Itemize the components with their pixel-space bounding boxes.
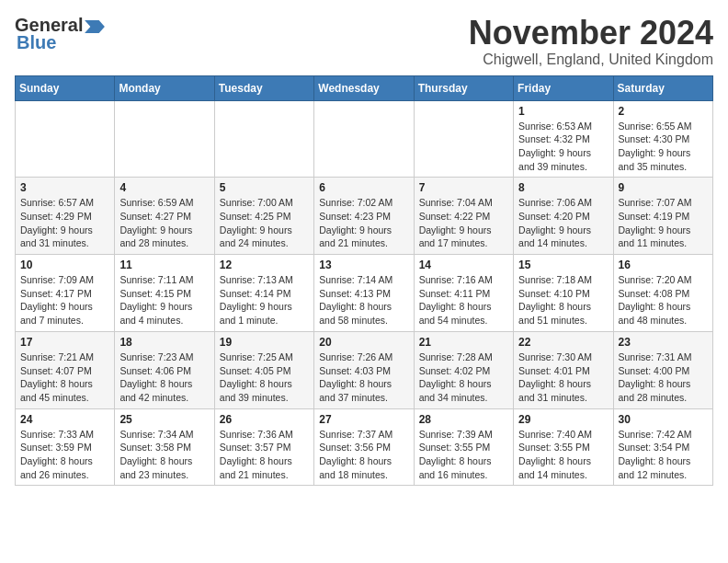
title-area: November 2024 Chigwell, England, United … [469,15,713,68]
day-info: Sunrise: 7:00 AM Sunset: 4:25 PM Dayligh… [220,196,309,250]
day-number: 27 [319,413,408,426]
calendar-week-2: 3Sunrise: 6:57 AM Sunset: 4:29 PM Daylig… [16,178,713,255]
weekday-header-wednesday: Wednesday [314,75,414,100]
day-info: Sunrise: 7:13 AM Sunset: 4:14 PM Dayligh… [220,273,309,327]
calendar-cell: 26Sunrise: 7:36 AM Sunset: 3:57 PM Dayli… [214,408,313,486]
day-info: Sunrise: 7:16 AM Sunset: 4:11 PM Dayligh… [419,273,508,327]
calendar-cell [115,100,214,178]
calendar: SundayMondayTuesdayWednesdayThursdayFrid… [15,75,713,487]
day-info: Sunrise: 6:53 AM Sunset: 4:32 PM Dayligh… [518,120,608,174]
day-info: Sunrise: 7:04 AM Sunset: 4:22 PM Dayligh… [419,196,508,250]
day-info: Sunrise: 7:20 AM Sunset: 4:08 PM Dayligh… [619,273,708,327]
month-title: November 2024 [469,15,713,52]
calendar-cell: 14Sunrise: 7:16 AM Sunset: 4:11 PM Dayli… [414,255,513,332]
calendar-week-1: 1Sunrise: 6:53 AM Sunset: 4:32 PM Daylig… [16,100,713,178]
calendar-cell: 5Sunrise: 7:00 AM Sunset: 4:25 PM Daylig… [214,178,313,255]
location: Chigwell, England, United Kingdom [469,52,713,68]
calendar-header: SundayMondayTuesdayWednesdayThursdayFrid… [16,75,713,100]
day-number: 5 [220,181,309,194]
day-number: 17 [20,336,109,349]
svg-marker-0 [85,20,106,33]
day-number: 19 [220,336,309,349]
day-number: 30 [619,413,708,426]
day-info: Sunrise: 6:59 AM Sunset: 4:27 PM Dayligh… [119,196,209,250]
header: General Blue November 2024 Chigwell, Eng… [15,15,713,68]
calendar-week-3: 10Sunrise: 7:09 AM Sunset: 4:17 PM Dayli… [16,255,713,332]
calendar-cell: 23Sunrise: 7:31 AM Sunset: 4:00 PM Dayli… [613,331,712,408]
day-number: 7 [419,181,508,194]
calendar-cell: 10Sunrise: 7:09 AM Sunset: 4:17 PM Dayli… [16,255,115,332]
day-number: 2 [619,105,708,118]
calendar-cell: 4Sunrise: 6:59 AM Sunset: 4:27 PM Daylig… [115,178,214,255]
day-info: Sunrise: 7:25 AM Sunset: 4:05 PM Dayligh… [220,350,309,405]
calendar-cell: 17Sunrise: 7:21 AM Sunset: 4:07 PM Dayli… [16,331,115,408]
day-info: Sunrise: 7:02 AM Sunset: 4:23 PM Dayligh… [319,196,408,250]
logo-blue: Blue [17,32,56,53]
calendar-cell: 22Sunrise: 7:30 AM Sunset: 4:01 PM Dayli… [514,331,613,408]
day-info: Sunrise: 6:55 AM Sunset: 4:30 PM Dayligh… [619,120,708,174]
day-info: Sunrise: 7:34 AM Sunset: 3:58 PM Dayligh… [119,428,209,482]
day-info: Sunrise: 7:40 AM Sunset: 3:55 PM Dayligh… [518,428,608,482]
day-number: 25 [119,413,209,426]
day-number: 4 [119,181,209,194]
calendar-cell [214,100,313,178]
calendar-cell: 7Sunrise: 7:04 AM Sunset: 4:22 PM Daylig… [414,178,513,255]
calendar-cell: 12Sunrise: 7:13 AM Sunset: 4:14 PM Dayli… [214,255,313,332]
day-number: 28 [419,413,508,426]
calendar-cell [16,100,115,178]
calendar-cell [414,100,513,178]
calendar-cell: 15Sunrise: 7:18 AM Sunset: 4:10 PM Dayli… [514,255,613,332]
day-info: Sunrise: 7:30 AM Sunset: 4:01 PM Dayligh… [518,350,608,405]
day-number: 26 [220,413,309,426]
day-number: 3 [20,181,109,194]
calendar-cell: 6Sunrise: 7:02 AM Sunset: 4:23 PM Daylig… [314,178,414,255]
day-number: 22 [518,336,608,349]
day-info: Sunrise: 7:33 AM Sunset: 3:59 PM Dayligh… [20,428,109,482]
calendar-cell: 19Sunrise: 7:25 AM Sunset: 4:05 PM Dayli… [214,331,313,408]
day-number: 11 [119,259,209,271]
day-number: 1 [518,105,608,118]
day-info: Sunrise: 7:28 AM Sunset: 4:02 PM Dayligh… [419,350,508,405]
calendar-week-4: 17Sunrise: 7:21 AM Sunset: 4:07 PM Dayli… [16,331,713,408]
calendar-cell: 28Sunrise: 7:39 AM Sunset: 3:55 PM Dayli… [414,408,513,486]
day-number: 6 [319,181,408,194]
calendar-cell: 9Sunrise: 7:07 AM Sunset: 4:19 PM Daylig… [613,178,712,255]
day-info: Sunrise: 7:23 AM Sunset: 4:06 PM Dayligh… [119,350,209,405]
calendar-cell: 20Sunrise: 7:26 AM Sunset: 4:03 PM Dayli… [314,331,414,408]
day-number: 12 [220,259,309,271]
day-info: Sunrise: 7:07 AM Sunset: 4:19 PM Dayligh… [619,196,708,250]
calendar-cell: 1Sunrise: 6:53 AM Sunset: 4:32 PM Daylig… [514,100,613,178]
day-number: 9 [619,181,708,194]
day-number: 20 [319,336,408,349]
logo: General Blue [15,15,105,53]
calendar-cell: 11Sunrise: 7:11 AM Sunset: 4:15 PM Dayli… [115,255,214,332]
calendar-cell: 24Sunrise: 7:33 AM Sunset: 3:59 PM Dayli… [16,408,115,486]
calendar-cell [314,100,414,178]
calendar-cell: 13Sunrise: 7:14 AM Sunset: 4:13 PM Dayli… [314,255,414,332]
day-info: Sunrise: 6:57 AM Sunset: 4:29 PM Dayligh… [20,196,109,250]
day-info: Sunrise: 7:31 AM Sunset: 4:00 PM Dayligh… [619,350,708,405]
day-info: Sunrise: 7:21 AM Sunset: 4:07 PM Dayligh… [20,350,109,405]
day-number: 24 [20,413,109,426]
day-number: 13 [319,259,408,271]
weekday-header-thursday: Thursday [414,75,513,100]
day-info: Sunrise: 7:26 AM Sunset: 4:03 PM Dayligh… [319,350,408,405]
day-info: Sunrise: 7:09 AM Sunset: 4:17 PM Dayligh… [20,273,109,327]
calendar-cell: 2Sunrise: 6:55 AM Sunset: 4:30 PM Daylig… [613,100,712,178]
day-number: 14 [419,259,508,271]
day-info: Sunrise: 7:42 AM Sunset: 3:54 PM Dayligh… [619,428,708,482]
calendar-cell: 3Sunrise: 6:57 AM Sunset: 4:29 PM Daylig… [16,178,115,255]
day-number: 21 [419,336,508,349]
calendar-week-5: 24Sunrise: 7:33 AM Sunset: 3:59 PM Dayli… [16,408,713,486]
weekday-header-monday: Monday [115,75,214,100]
day-number: 8 [518,181,608,194]
calendar-body: 1Sunrise: 6:53 AM Sunset: 4:32 PM Daylig… [16,100,713,486]
calendar-cell: 21Sunrise: 7:28 AM Sunset: 4:02 PM Dayli… [414,331,513,408]
day-number: 15 [518,259,608,271]
day-info: Sunrise: 7:06 AM Sunset: 4:20 PM Dayligh… [518,196,608,250]
day-number: 18 [119,336,209,349]
calendar-cell: 8Sunrise: 7:06 AM Sunset: 4:20 PM Daylig… [514,178,613,255]
calendar-cell: 29Sunrise: 7:40 AM Sunset: 3:55 PM Dayli… [514,408,613,486]
weekday-header-friday: Friday [514,75,613,100]
calendar-cell: 18Sunrise: 7:23 AM Sunset: 4:06 PM Dayli… [115,331,214,408]
